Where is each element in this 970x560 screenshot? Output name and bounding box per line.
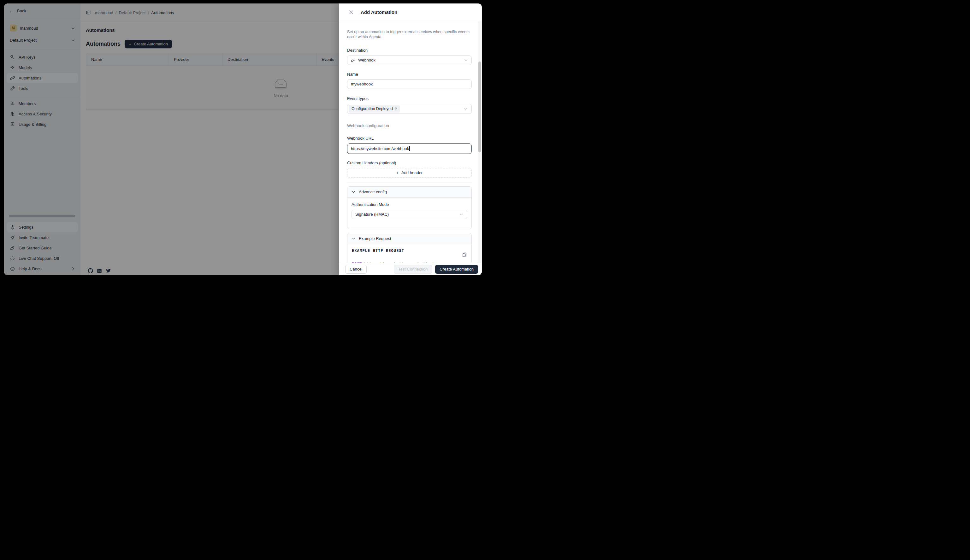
event-types-label: Event types: [347, 96, 472, 101]
tag-remove-icon[interactable]: ✕: [395, 107, 398, 111]
advance-config-title: Advance config: [359, 190, 387, 194]
advance-config-card: Advance config Authentication Mode Signa…: [347, 187, 472, 229]
advance-config-header[interactable]: Advance config: [348, 187, 472, 198]
drawer-title: Add Automation: [361, 10, 397, 15]
chevron-down-icon: [352, 190, 355, 193]
chevron-down-icon: [460, 213, 463, 216]
add-header-button[interactable]: + Add header: [347, 168, 472, 178]
example-request-card: Example Request EXAMPLE HTTP REQUEST POS…: [347, 233, 472, 263]
close-icon[interactable]: [349, 10, 354, 15]
add-automation-drawer: Add Automation Set up an automation to t…: [339, 3, 482, 275]
name-label: Name: [347, 72, 472, 77]
example-code-heading: EXAMPLE HTTP REQUEST: [352, 248, 467, 253]
event-type-tag: Configuration Deployed ✕: [349, 105, 400, 113]
drawer-description: Set up an automation to trigger external…: [347, 30, 472, 40]
destination-value: Webhook: [358, 58, 376, 62]
name-input-field[interactable]: [351, 82, 468, 87]
drawer-scrollbar-thumb[interactable]: [478, 62, 481, 152]
chevron-down-icon: [464, 58, 468, 62]
destination-label: Destination: [347, 48, 472, 53]
drawer-header: Add Automation: [339, 3, 482, 21]
event-types-select[interactable]: Configuration Deployed ✕: [347, 104, 472, 114]
webhook-configuration-heading: Webhook configuration: [347, 123, 472, 128]
app-window: ← Back M mahmoud Default Project API Key…: [4, 3, 482, 275]
link-icon: [351, 58, 355, 62]
drawer-scrollbar-track[interactable]: [478, 21, 482, 263]
copy-icon[interactable]: [462, 252, 467, 257]
drawer-body: Set up an automation to trigger external…: [339, 21, 482, 263]
plus-icon: +: [396, 170, 399, 175]
create-automation-submit-button[interactable]: Create Automation: [435, 265, 478, 274]
webhook-url-value: https://mywebsite.com/webhook: [351, 146, 409, 151]
webhook-url-label: Webhook URL: [347, 136, 472, 141]
example-request-title: Example Request: [359, 236, 391, 241]
destination-select[interactable]: Webhook: [347, 55, 472, 65]
webhook-url-input[interactable]: https://mywebsite.com/webhook: [347, 143, 472, 154]
authentication-mode-label: Authentication Mode: [351, 202, 467, 207]
authentication-mode-select[interactable]: Signature (HMAC): [351, 210, 467, 219]
drawer-footer: Cancel Test Connection Create Automation: [339, 263, 482, 275]
chevron-down-icon: [464, 107, 468, 111]
custom-headers-label: Custom Headers (optional): [347, 160, 472, 165]
authentication-mode-value: Signature (HMAC): [355, 212, 389, 217]
text-caret: [409, 146, 410, 151]
name-input[interactable]: [347, 80, 472, 89]
cancel-button[interactable]: Cancel: [345, 265, 367, 274]
test-connection-button[interactable]: Test Connection: [394, 265, 432, 274]
example-request-header[interactable]: Example Request: [348, 233, 472, 244]
chevron-down-icon: [352, 237, 355, 240]
